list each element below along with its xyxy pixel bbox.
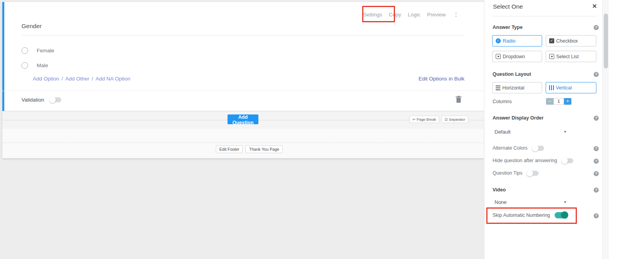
vertical-layout-icon [549,85,554,90]
checkbox-icon: ✓ [549,38,554,43]
option-label[interactable]: Female [37,48,54,54]
survey-footer-band: Edit Footer Thank You Page [2,129,484,158]
question-toolbar: Settings Copy Logic Preview ⋮ [363,11,460,18]
add-question-band: Add Question ✄ Page Break ☑ Separator [2,111,484,129]
settings-button[interactable]: Settings [363,12,382,18]
layout-option-label: Vertical [556,85,572,91]
active-question-indicator [2,2,4,111]
radio-button-icon[interactable] [21,62,28,69]
validation-row: Validation [21,97,61,103]
answer-type-option-label: Dropdown [503,54,525,59]
selected-value: Default [495,129,511,135]
chevron-down-icon: ▼ [564,130,567,134]
horizontal-layout-icon [496,86,500,90]
skip-numbering-toggle[interactable] [555,212,568,218]
right-gutter [609,0,644,259]
question-layout-help-icon[interactable]: ? [594,72,599,77]
panel-divider [493,16,598,16]
layout-horizontal-button[interactable]: Horizontal [492,82,542,93]
answer-type-option-label: Select List [556,54,579,59]
preview-button[interactable]: Preview [427,12,446,18]
page-break-icon: ✄ [413,118,416,121]
option-links: Add Option / Add Other / Add NA Option [33,76,130,82]
columns-stepper: − 1 + [546,98,571,105]
validation-label: Validation [21,97,44,103]
answer-type-select-list-button[interactable]: Select List [546,51,596,62]
layout-option-label: Horizontal [502,85,524,91]
card-divider [2,91,484,91]
question-tips-row: Question Tips [493,170,539,176]
delete-question-icon[interactable] [455,96,462,103]
columns-increment-button[interactable]: + [564,98,571,105]
layout-vertical-button[interactable]: Vertical [546,82,596,93]
video-select[interactable]: None ▼ [495,199,567,205]
selected-value: None [495,199,507,205]
question-title[interactable]: Gender [21,23,42,30]
validation-toggle[interactable] [50,97,61,102]
answer-type-option-label: Checkbox [556,38,578,44]
skip-numbering-label: Skip Automatic Numbering [493,213,550,218]
alternate-colors-help-icon[interactable]: ? [594,146,599,151]
dropdown-icon [496,54,501,59]
close-icon[interactable]: ✕ [592,3,597,10]
hide-question-label: Hide question after answering [493,158,557,163]
add-option-link[interactable]: Add Option [33,76,59,82]
hide-question-toggle[interactable] [562,158,573,163]
thank-you-page-button[interactable]: Thank You Page [246,145,283,153]
question-tips-label: Question Tips [493,170,522,176]
radio-button-icon[interactable] [21,47,28,54]
question-title-underline [21,35,465,36]
copy-button[interactable]: Copy [389,12,401,18]
answer-display-order-help-icon[interactable]: ? [594,116,599,121]
answer-type-option-label: Radio [503,38,516,44]
separator-label: Separator [449,117,465,121]
footer-dashed-divider [2,143,484,143]
question-tips-toggle[interactable] [527,171,539,176]
separator-icon: ☑ [445,118,448,121]
answer-type-dropdown-button[interactable]: Dropdown [492,51,542,62]
answer-type-radio-button[interactable]: ✓ Radio [492,35,542,46]
edit-options-in-bulk-link[interactable]: Edit Options in Bulk [418,76,464,82]
hide-question-row: Hide question after answering [493,158,573,163]
more-options-icon[interactable]: ⋮ [452,11,460,18]
answer-type-label: Answer Type [493,25,523,30]
question-tips-help-icon[interactable]: ? [594,171,599,176]
columns-label: Columns [493,99,512,104]
hide-question-help-icon[interactable]: ? [594,159,599,164]
footer-buttons: Edit Footer Thank You Page [216,145,283,153]
answer-option-row: Male [21,62,48,69]
link-separator: / [62,76,63,82]
add-other-link[interactable]: Add Other [65,76,89,82]
question-settings-panel: Select One ✕ Answer Type ? ✓ Radio ✓ Che… [484,0,602,259]
question-card[interactable]: Settings Copy Logic Preview ⋮ Gender Fem… [2,2,484,111]
question-layout-label: Question Layout [493,71,531,77]
alternate-colors-row: Alternate Colors [493,145,544,151]
video-label: Video [493,187,506,193]
survey-builder-page: Settings Copy Logic Preview ⋮ Gender Fem… [0,0,644,259]
option-label[interactable]: Male [37,63,48,68]
video-help-icon[interactable]: ? [594,188,599,193]
survey-canvas: Settings Copy Logic Preview ⋮ Gender Fem… [2,2,484,158]
panel-title: Select One [493,3,523,10]
answer-option-row: Female [21,47,54,54]
edit-footer-button[interactable]: Edit Footer [216,145,243,153]
page-break-button[interactable]: ✄ Page Break [409,116,439,123]
alternate-colors-toggle[interactable] [532,146,544,151]
scrollbar-thumb[interactable] [604,14,608,68]
add-na-option-link[interactable]: Add NA Option [96,76,130,82]
answer-type-help-icon[interactable]: ? [594,25,599,30]
columns-value[interactable]: 1 [553,98,564,105]
radio-selected-icon: ✓ [496,38,501,43]
skip-numbering-help-icon[interactable]: ? [594,213,599,218]
alternate-colors-label: Alternate Colors [493,145,528,151]
answer-type-checkbox-button[interactable]: ✓ Checkbox [546,35,596,46]
select-list-icon [549,54,554,59]
vertical-scrollbar[interactable] [602,0,609,259]
answer-display-order-select[interactable]: Default ▼ [495,129,567,135]
separator-button[interactable]: ☑ Separator [441,116,468,123]
answer-display-order-label: Answer Display Order [493,115,544,121]
add-question-button[interactable]: Add Question [228,114,258,124]
logic-button[interactable]: Logic [408,12,420,18]
skip-numbering-row: Skip Automatic Numbering [493,212,568,218]
columns-decrement-button[interactable]: − [546,98,553,105]
